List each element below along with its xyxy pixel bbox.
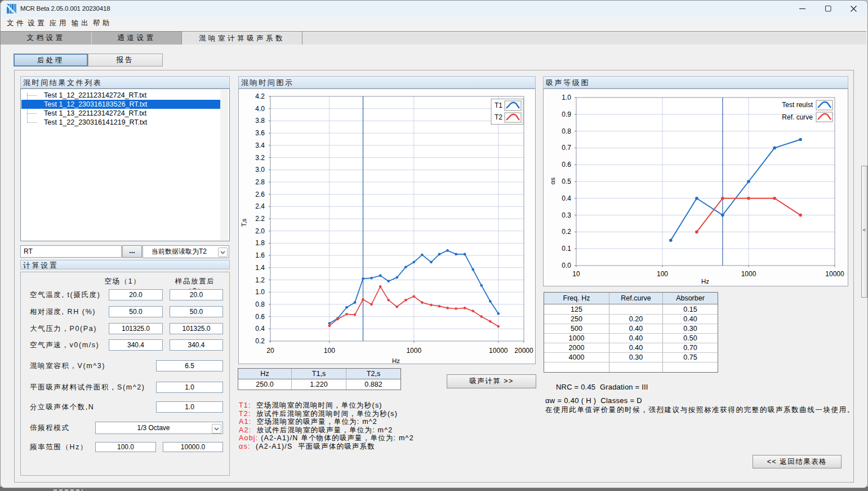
svg-text:2.8: 2.8 xyxy=(255,178,265,186)
svg-text:0.2: 0.2 xyxy=(255,337,265,345)
svg-text:20000: 20000 xyxy=(514,347,533,355)
svg-text:4.0: 4.0 xyxy=(255,105,265,113)
svg-text:2.0: 2.0 xyxy=(255,227,265,235)
svg-text:3.0: 3.0 xyxy=(255,166,265,174)
svg-text:0.7: 0.7 xyxy=(562,144,571,152)
svg-text:0.8: 0.8 xyxy=(562,127,571,135)
svg-text:0.9: 0.9 xyxy=(562,110,571,118)
svg-text:2.4: 2.4 xyxy=(255,202,265,210)
svg-text:1.6: 1.6 xyxy=(255,251,265,259)
svg-text:αs: αs xyxy=(549,178,556,185)
svg-text:10: 10 xyxy=(572,270,580,278)
svg-text:1000: 1000 xyxy=(406,347,421,355)
svg-text:0.8: 0.8 xyxy=(255,300,265,308)
svg-text:Ref. curve: Ref. curve xyxy=(782,113,813,121)
svg-text:T,s: T,s xyxy=(241,218,247,227)
svg-text:0.4: 0.4 xyxy=(255,325,265,333)
svg-text:3.4: 3.4 xyxy=(255,141,265,149)
svg-text:20: 20 xyxy=(266,347,274,355)
svg-text:0.4: 0.4 xyxy=(562,194,571,202)
svg-text:1.4: 1.4 xyxy=(255,264,265,272)
svg-text:2.2: 2.2 xyxy=(255,215,265,223)
svg-text:1.8: 1.8 xyxy=(255,239,265,247)
svg-text:0.1: 0.1 xyxy=(562,245,571,253)
svg-text:10000: 10000 xyxy=(825,270,844,278)
svg-text:Hz: Hz xyxy=(392,357,400,364)
svg-text:T1: T1 xyxy=(495,101,502,109)
svg-text:Hz: Hz xyxy=(701,278,709,285)
svg-text:3.2: 3.2 xyxy=(255,154,265,162)
svg-text:0.5: 0.5 xyxy=(562,178,571,185)
svg-text:100: 100 xyxy=(657,270,668,278)
svg-text:1.0: 1.0 xyxy=(255,288,265,296)
svg-text:10000: 10000 xyxy=(489,347,508,355)
svg-text:0.2: 0.2 xyxy=(562,228,571,236)
svg-text:4.2: 4.2 xyxy=(255,92,265,100)
svg-text:T2: T2 xyxy=(495,113,502,121)
svg-text:2.6: 2.6 xyxy=(255,191,265,198)
svg-text:3.6: 3.6 xyxy=(255,129,265,137)
svg-text:0.6: 0.6 xyxy=(255,313,265,321)
svg-text:0.0: 0.0 xyxy=(562,262,571,269)
svg-text:1.0: 1.0 xyxy=(562,94,571,101)
svg-text:1000: 1000 xyxy=(741,270,756,278)
svg-text:100: 100 xyxy=(324,347,335,355)
svg-text:3.8: 3.8 xyxy=(255,117,265,125)
svg-text:1.2: 1.2 xyxy=(255,276,265,284)
svg-text:Test reulst: Test reulst xyxy=(782,101,813,109)
svg-text:0.6: 0.6 xyxy=(562,161,571,169)
svg-text:0.3: 0.3 xyxy=(562,211,571,219)
